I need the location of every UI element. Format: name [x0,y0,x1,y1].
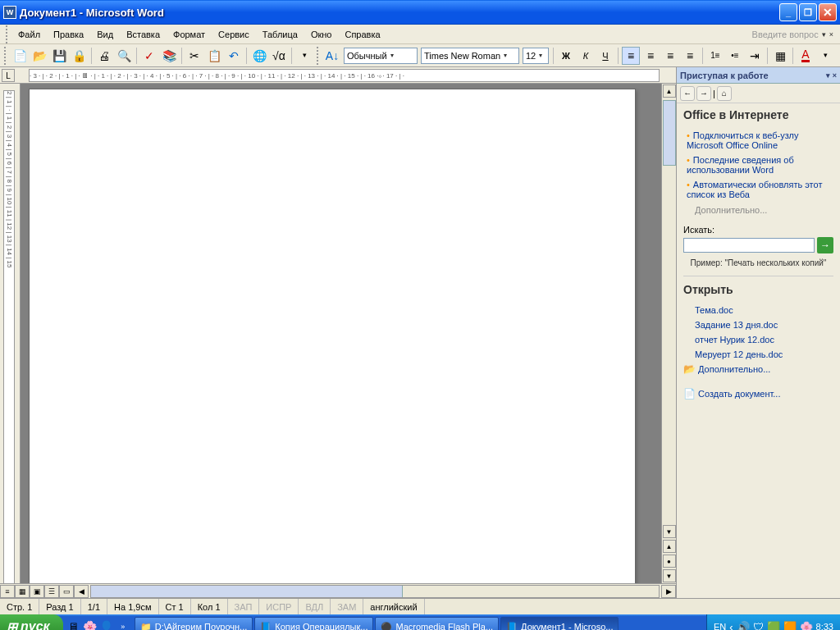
vertical-scrollbar[interactable]: ▲ ▼ ▲ ● ▼ [661,84,676,583]
paste-button[interactable]: 📋 [205,47,223,65]
hscroll-thumb[interactable] [91,586,403,597]
status-page[interactable]: Стр. 1 [0,599,39,614]
search-input[interactable] [683,238,815,253]
italic-button[interactable]: К [577,47,595,65]
back-button[interactable]: ← [680,86,695,101]
cut-button[interactable]: ✂ [185,47,203,65]
toolbar-options-button[interactable]: ▾ [295,47,313,65]
status-language[interactable]: английский [363,599,424,614]
hscroll-right[interactable]: ▶ [661,585,676,598]
taskbar-item-explorer[interactable]: 📁D:\Айгерим Поурочн... [135,617,253,630]
menu-help[interactable]: Справка [338,27,386,42]
page-area[interactable] [21,84,661,583]
create-doc-link[interactable]: 📄Создать документ... [683,386,833,401]
prev-page-button[interactable]: ▲ [663,540,676,553]
status-line[interactable]: Ст 1 [159,599,191,614]
equation-button[interactable]: √α [270,47,288,65]
qip-icon[interactable]: 🌸 [83,619,98,630]
menu-window[interactable]: Окно [304,27,339,42]
hscroll-left[interactable]: ◀ [74,585,89,598]
style-dropdown[interactable]: Обычный▾ [344,48,418,64]
scroll-down-button[interactable]: ▼ [663,525,676,538]
home-button[interactable]: ⌂ [717,86,732,101]
align-center-button[interactable]: ≡ [641,47,660,65]
print-button[interactable]: 🖨 [95,47,113,65]
ruler-scale-v[interactable]: 2 | 1 | · | 1 | 2 | 3 | 4 | 5 | 6 | 7 | … [3,90,15,583]
forward-button[interactable]: → [696,86,711,101]
close-button[interactable]: ✕ [819,3,837,21]
menu-insert[interactable]: Вставка [120,27,167,42]
taskbar-item-flash[interactable]: ⚫Macromedia Flash Pla... [375,617,499,630]
menu-edit[interactable]: Правка [47,27,90,42]
numbering-button[interactable]: 1≡ [706,47,724,65]
underline-button[interactable]: Ч [596,47,614,65]
more-docs-link[interactable]: 📂Дополнительно... [683,362,833,377]
status-trk[interactable]: ИСПР [259,599,299,614]
scroll-up-button[interactable]: ▲ [663,84,676,98]
open-button[interactable]: 📂 [30,47,48,65]
recent-file[interactable]: Меруерт 12 день.doc [683,347,833,362]
styles-button[interactable]: A↓ [323,47,341,65]
indent-button[interactable]: ⇥ [746,47,764,65]
align-left-button[interactable]: ≡ [622,47,640,65]
maximize-button[interactable]: ❐ [799,3,817,21]
research-button[interactable]: 📚 [160,47,178,65]
menu-format[interactable]: Формат [167,27,212,42]
taskbar-item-word1[interactable]: 📘Копия Операциялык... [254,617,373,630]
recent-file[interactable]: отчет Нурик 12.doc [683,332,833,347]
bullets-button[interactable]: •≡ [726,47,744,65]
status-section[interactable]: Разд 1 [39,599,80,614]
browse-object-button[interactable]: ● [663,555,676,568]
document-page[interactable] [29,89,636,583]
taskpane-close-button[interactable]: × [833,71,837,80]
grip-icon[interactable] [4,47,7,65]
tray-chevron-icon[interactable]: ‹ [729,621,733,631]
align-right-button[interactable]: ≡ [661,47,679,65]
scroll-thumb[interactable] [663,100,676,166]
tray-icon[interactable]: 🟩 [767,621,780,631]
status-col[interactable]: Кол 1 [191,599,228,614]
new-doc-button[interactable]: 📄 [11,47,29,65]
status-pages[interactable]: 1/1 [81,599,107,614]
autoupdate-link[interactable]: •Автоматически обновлять этот список из … [683,177,833,202]
tray-icon[interactable]: 🌸 [800,621,813,631]
taskpane-menu-button[interactable]: ▾ [826,71,830,80]
spelling-button[interactable]: ✓ [140,47,158,65]
horizontal-ruler[interactable]: L · 3 · | · 2 · | · 1 · | · 🗏 · | · 1 · … [0,67,676,84]
menu-table[interactable]: Таблица [256,27,304,42]
normal-view-button[interactable]: ≡ [0,585,15,598]
reading-view-button[interactable]: ▭ [59,585,74,598]
web-view-button[interactable]: ▦ [15,585,30,598]
print-view-button[interactable]: ▣ [30,585,44,598]
tray-icon[interactable]: 🛡 [753,621,764,631]
hyperlink-button[interactable]: 🌐 [250,47,268,65]
recent-file[interactable]: Задание 13 дня.doc [683,317,833,332]
ruler-scale[interactable]: · 3 · | · 2 · | · 1 · | · 🗏 · | · 1 · | … [29,69,660,82]
next-page-button[interactable]: ▼ [663,569,676,582]
outline-view-button[interactable]: ☰ [44,585,59,598]
print-preview-button[interactable]: 🔍 [115,47,133,65]
search-go-button[interactable]: → [817,237,833,253]
permission-button[interactable]: 🔒 [70,47,88,65]
taskbar-item-word2[interactable]: 📘Документ1 - Microso... [500,617,619,630]
minimize-button[interactable]: _ [779,3,797,21]
start-button[interactable]: ⊞ пуск [0,614,63,630]
horizontal-scrollbar[interactable] [90,585,660,598]
font-dropdown[interactable]: Times New Roman▾ [421,48,519,64]
connect-link[interactable]: •Подключиться к веб-узлу Microsoft Offic… [683,128,833,153]
tray-icon[interactable]: 🟧 [783,621,797,631]
agent-icon[interactable]: 👤 [99,619,114,630]
status-rec[interactable]: ЗАП [228,599,260,614]
menu-view[interactable]: Вид [90,27,120,42]
more-link-1[interactable]: Дополнительно... [683,202,833,218]
language-indicator[interactable]: EN [714,622,726,630]
status-ovr[interactable]: ЗАМ [331,599,363,614]
toolbar-options-button[interactable]: ▾ [816,47,834,65]
border-button[interactable]: ▦ [771,47,789,65]
tab-selector[interactable]: L [2,69,15,82]
menu-tools[interactable]: Сервис [212,27,256,42]
font-color-button[interactable]: A [797,47,815,65]
recent-file[interactable]: Тема.doc [683,303,833,317]
status-at[interactable]: На 1,9см [107,599,158,614]
show-desktop-icon[interactable]: 🖥 [66,619,81,630]
